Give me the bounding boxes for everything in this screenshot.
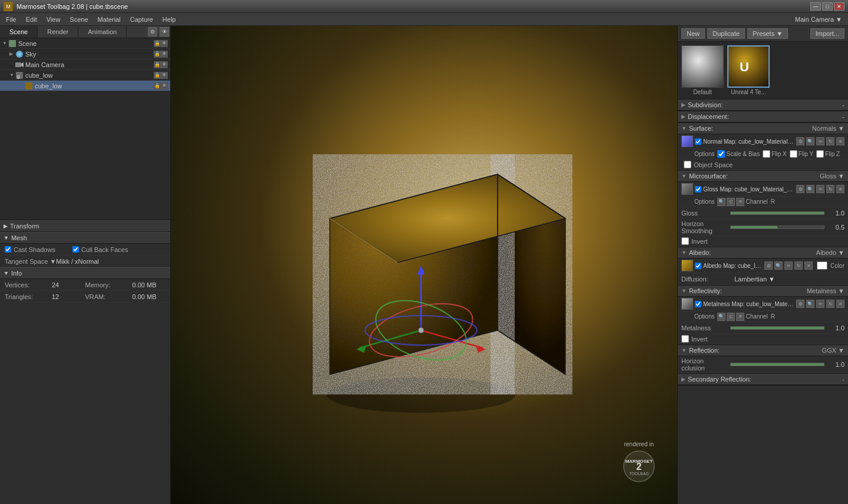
presets-button[interactable]: Presets ▼ xyxy=(747,28,788,39)
normal-map-edit-btn[interactable]: ✏ xyxy=(816,137,824,145)
gloss-x-btn[interactable]: ✕ xyxy=(736,198,744,206)
albedo-delete-btn[interactable]: ✕ xyxy=(804,261,813,270)
metalness-x-btn[interactable]: ✕ xyxy=(736,313,744,321)
close-button[interactable]: ✕ xyxy=(834,2,844,11)
albedo-edit-btn[interactable]: ✏ xyxy=(784,261,793,270)
albedo-refresh-btn[interactable]: ↻ xyxy=(794,261,803,270)
gloss-search-btn[interactable]: 🔍 xyxy=(806,185,814,193)
diffusion-value[interactable]: Lambertian ▼ xyxy=(734,276,844,283)
scene-settings-btn[interactable]: ⚙ xyxy=(148,27,157,37)
albedo-search-btn[interactable]: 🔍 xyxy=(774,261,783,270)
albedo-map-checkbox[interactable] xyxy=(695,263,701,269)
metalness-c-btn[interactable]: C xyxy=(727,313,735,321)
tangent-space-value[interactable]: Mikk / xNormal xyxy=(56,258,165,265)
tree-item-sky[interactable]: ▶ Sky 🔒 👁 xyxy=(0,49,170,59)
horizon-slider-track[interactable] xyxy=(730,226,824,229)
microsurface-invert-checkbox[interactable] xyxy=(681,237,689,245)
menu-view[interactable]: View xyxy=(42,15,65,24)
tab-animation[interactable]: Animation xyxy=(78,26,127,38)
tree-item-camera[interactable]: Main Camera 🔒 👁 xyxy=(0,59,170,70)
viewport[interactable]: rendered in MARMOSET 2 TOOLBAG xyxy=(171,26,677,504)
reflection-value[interactable]: GGX ▼ xyxy=(822,347,844,354)
metalness-options-btn[interactable]: ⚙ xyxy=(796,300,804,308)
reflectivity-invert-checkbox[interactable] xyxy=(681,335,689,343)
tree-item-cube-group[interactable]: ▼ g cube_low 🔒 👁 xyxy=(0,70,170,81)
mesh-header[interactable]: ▼ Mesh xyxy=(0,232,170,244)
menu-scene[interactable]: Scene xyxy=(65,15,92,24)
normal-map-search-btn[interactable]: 🔍 xyxy=(806,137,814,145)
displacement-header[interactable]: ▶ Displacement: - xyxy=(678,111,848,122)
gloss-edit-btn[interactable]: ✏ xyxy=(816,185,824,193)
sky-lock-btn[interactable]: 🔒 xyxy=(154,51,161,58)
duplicate-material-button[interactable]: Duplicate xyxy=(707,28,745,39)
metalness-map-checkbox[interactable] xyxy=(695,301,701,307)
flip-x-checkbox[interactable] xyxy=(763,150,770,158)
group-lock-btn[interactable]: 🔒 xyxy=(154,72,161,79)
group-eye-btn[interactable]: 👁 xyxy=(161,72,168,79)
new-material-button[interactable]: New xyxy=(681,28,705,39)
camera-lock-btn[interactable]: 🔒 xyxy=(154,61,161,68)
gloss-map-checkbox[interactable] xyxy=(695,186,701,193)
cast-shadows-checkbox[interactable] xyxy=(5,246,11,253)
reflectivity-header[interactable]: ▼ Reflectivity: Metalness ▼ xyxy=(678,286,848,297)
normal-map-refresh-btn[interactable]: ↻ xyxy=(826,137,834,145)
metalness-search-icon-btn[interactable]: 🔍 xyxy=(717,313,726,321)
microsurface-header[interactable]: ▼ Microsurface: Gloss ▼ xyxy=(678,171,848,182)
scene-lock-btn[interactable]: 🔒 xyxy=(154,40,161,47)
surface-value[interactable]: Normals ▼ xyxy=(812,125,844,132)
cull-back-faces-checkbox[interactable] xyxy=(72,246,79,253)
scene-eye-btn2[interactable]: 👁 xyxy=(161,40,168,47)
subdivision-header[interactable]: ▶ Subdivision: - xyxy=(678,100,848,111)
flip-y-label: Flip Y xyxy=(799,151,813,157)
transform-header[interactable]: ▶ Transform xyxy=(0,220,170,232)
menu-file[interactable]: File xyxy=(1,15,21,24)
metalness-search-btn[interactable]: 🔍 xyxy=(806,300,814,308)
normal-map-delete-btn[interactable]: ✕ xyxy=(836,137,844,145)
tree-item-scene[interactable]: ▼ Scene 🔒 👁 xyxy=(0,38,170,49)
minimize-button[interactable]: — xyxy=(810,2,821,11)
import-button[interactable]: Import... xyxy=(810,28,844,39)
gloss-c-btn[interactable]: C xyxy=(727,198,735,206)
metalness-slider-track[interactable] xyxy=(730,326,824,330)
albedo-options-btn[interactable]: ⚙ xyxy=(764,261,773,270)
camera-eye-btn[interactable]: 👁 xyxy=(161,61,168,68)
gloss-refresh-btn[interactable]: ↻ xyxy=(826,185,834,193)
albedo-value[interactable]: Albedo ▼ xyxy=(816,249,844,256)
menu-edit[interactable]: Edit xyxy=(21,15,42,24)
microsurface-value[interactable]: Gloss ▼ xyxy=(820,173,844,180)
menu-help[interactable]: Help xyxy=(158,15,181,24)
flip-y-checkbox[interactable] xyxy=(790,150,797,158)
normal-map-options-btn[interactable]: ⚙ xyxy=(796,137,804,145)
albedo-header[interactable]: ▼ Albedo: Albedo ▼ xyxy=(678,247,848,258)
secondary-reflection-header[interactable]: ▶ Secondary Reflection: - xyxy=(678,374,848,385)
material-unreal[interactable]: U Unreal 4 Te... xyxy=(727,45,770,95)
menu-material[interactable]: Material xyxy=(93,15,125,24)
material-default[interactable]: Default xyxy=(681,45,724,95)
reflectivity-value[interactable]: Metalness ▼ xyxy=(807,287,844,294)
horizon-occlusion-track[interactable] xyxy=(730,363,824,366)
gloss-options-btn[interactable]: ⚙ xyxy=(796,185,804,193)
albedo-color-swatch[interactable] xyxy=(817,261,827,270)
tree-item-mesh[interactable]: cube_low 🔒 👁 xyxy=(0,81,170,91)
gloss-search-icon-btn[interactable]: 🔍 xyxy=(717,198,726,206)
flip-z-checkbox[interactable] xyxy=(816,150,824,158)
metalness-delete-btn[interactable]: ✕ xyxy=(836,300,844,308)
scale-bias-checkbox[interactable] xyxy=(717,150,725,158)
mesh-lock-btn[interactable]: 🔒 xyxy=(154,82,161,89)
gloss-slider-track[interactable] xyxy=(730,211,824,215)
tab-render[interactable]: Render xyxy=(38,26,78,38)
maximize-button[interactable]: □ xyxy=(822,2,833,11)
gloss-delete-btn[interactable]: ✕ xyxy=(836,185,844,193)
metalness-edit-btn[interactable]: ✏ xyxy=(816,300,824,308)
surface-header[interactable]: ▼ Surface: Normals ▼ xyxy=(678,123,848,134)
tab-scene[interactable]: Scene xyxy=(0,26,38,38)
metalness-refresh-btn[interactable]: ↻ xyxy=(826,300,834,308)
mesh-eye-btn[interactable]: 👁 xyxy=(161,82,168,89)
object-space-checkbox[interactable] xyxy=(684,161,691,168)
normal-map-checkbox[interactable] xyxy=(695,138,701,145)
menu-capture[interactable]: Capture xyxy=(125,15,158,24)
scene-eye-btn[interactable]: 👁 xyxy=(160,27,169,37)
sky-eye-btn[interactable]: 👁 xyxy=(161,51,168,58)
info-header[interactable]: ▼ Info xyxy=(0,267,170,279)
reflection-header[interactable]: ▼ Reflection: GGX ▼ xyxy=(678,345,848,356)
